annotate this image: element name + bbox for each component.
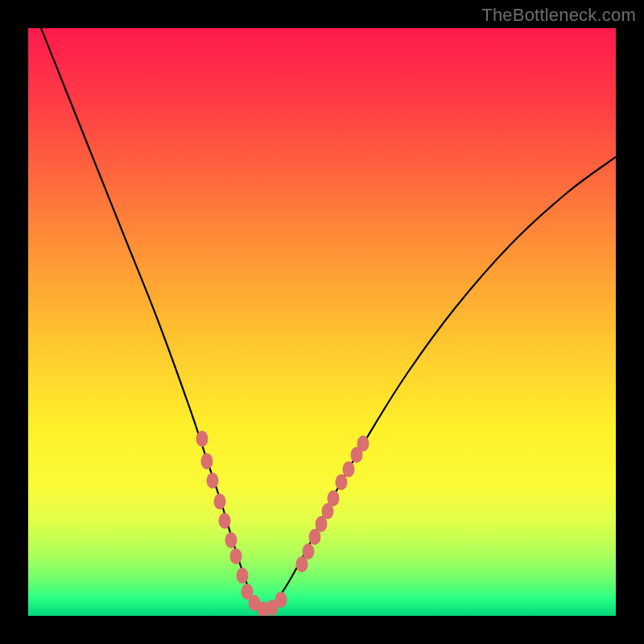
data-marker	[196, 431, 208, 447]
chart-svg	[28, 28, 616, 616]
data-marker	[336, 474, 348, 490]
data-marker	[201, 453, 213, 469]
data-marker	[303, 543, 315, 559]
data-marker	[230, 548, 242, 564]
data-marker	[343, 461, 355, 477]
plot-area	[28, 28, 616, 616]
data-marker	[357, 436, 369, 452]
data-marker	[275, 592, 287, 608]
data-marker	[219, 513, 231, 529]
data-marker	[237, 568, 249, 584]
data-marker	[328, 490, 340, 506]
data-marker	[225, 532, 237, 548]
marker-group	[196, 431, 369, 616]
chart-frame: TheBottleneck.com	[0, 0, 644, 644]
data-marker	[214, 493, 226, 510]
data-marker	[207, 473, 219, 489]
watermark-text: TheBottleneck.com	[481, 5, 636, 26]
